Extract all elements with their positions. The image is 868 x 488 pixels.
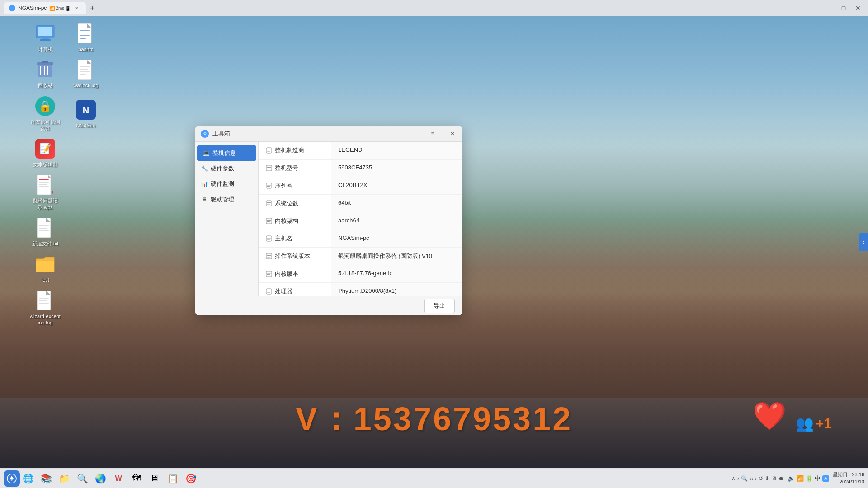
tab-favicon: [9, 5, 15, 11]
info-row-5: 主机名 NGASim-pc: [259, 230, 462, 248]
svg-rect-66: [267, 291, 271, 291]
svg-rect-21: [39, 230, 49, 231]
tray-next-icon[interactable]: ›: [737, 475, 739, 482]
taskbar-browser-icon[interactable]: 🌐: [20, 470, 36, 487]
desktop-icon-wizard-log[interactable]: wizard-exception.log: [27, 287, 63, 329]
tray-sound-icon[interactable]: 🔈: [788, 475, 795, 482]
desktop-icon-recycle[interactable]: 回收站: [27, 56, 63, 91]
tool-window: ⚙ 工具箱 ≡ — ✕ 💻 整机信息 🔧 硬件参数 📊: [195, 126, 462, 315]
info-key-0: 整机制造商: [259, 142, 331, 159]
tool-window-menu-button[interactable]: ≡: [429, 130, 437, 138]
sidebar-item-hardware-monitor[interactable]: 📊 硬件监测: [195, 176, 258, 192]
taskbar-start-icon[interactable]: [4, 470, 20, 487]
taskbar-system-icon[interactable]: 🖥: [146, 470, 163, 487]
taskbar-target-icon[interactable]: 🎯: [183, 470, 199, 487]
taskbar-reader-icon[interactable]: 📚: [38, 470, 54, 487]
desktop-icon-newfile[interactable]: 新建文件.txt: [27, 214, 63, 249]
info-val-6: 银河麒麟桌面操作系统 (国防版) V10: [331, 248, 462, 265]
tray-record-icon[interactable]: ⏺: [778, 475, 784, 482]
desktop-icon-warlock-log[interactable]: warlock log: [68, 56, 104, 91]
desktop-icon-bashrc-label: bashrc: [78, 46, 93, 52]
tray-forward-icon[interactable]: ›: [755, 475, 757, 482]
taskbar-tasks-icon[interactable]: 📋: [165, 470, 181, 487]
info-key-8: 处理器: [259, 283, 331, 296]
sidebar-item-machine-info[interactable]: 💻 整机信息: [197, 145, 256, 161]
desktop-icon-computer[interactable]: 计算机: [27, 20, 63, 55]
tray-back-icon[interactable]: ‹‹: [750, 475, 753, 482]
info-table: 整机制造商 LEGEND 整机型号 5908CF4735: [259, 142, 462, 296]
info-val-5: NGASim-pc: [331, 230, 462, 247]
desktop-icon-ngasim[interactable]: N NGASim: [68, 96, 104, 131]
browser-maximize-button[interactable]: □: [837, 2, 850, 14]
tab-signal: 📶 2ms 📱: [49, 6, 71, 11]
browser-close-button[interactable]: ✕: [852, 2, 864, 14]
svg-rect-59: [266, 253, 272, 259]
people-count: 👥 +1: [796, 415, 832, 432]
hardware-monitor-icon: 📊: [201, 180, 208, 188]
tool-window-close-button[interactable]: ✕: [448, 130, 457, 138]
svg-rect-65: [266, 289, 272, 294]
svg-rect-31: [80, 35, 90, 36]
desktop: 计算机 回收站 🔒 奇安信可信浏览器: [0, 16, 868, 468]
tray-desktop-icon[interactable]: 🖥: [771, 475, 777, 482]
tray-app-icon[interactable]: A: [822, 475, 829, 482]
taskbar-full-date: 2024/11/10: [833, 479, 864, 485]
taskbar-web-icon[interactable]: 🌏: [92, 470, 108, 487]
svg-rect-37: [80, 71, 90, 72]
svg-rect-52: [267, 204, 270, 205]
svg-rect-53: [266, 218, 272, 224]
active-tab[interactable]: NGASim-pc 📶 2ms 📱 ✕: [4, 2, 86, 14]
machine-info-icon: 💻: [203, 150, 210, 157]
desktop-icon-qianxin[interactable]: 🔒 奇安信可信浏览器: [27, 93, 63, 135]
hardware-params-icon: 🔧: [201, 165, 208, 172]
tray-refresh-icon[interactable]: ↺: [759, 475, 763, 482]
svg-rect-62: [266, 271, 272, 277]
desktop-icon-wps-doc[interactable]: W 翻译问题记录.wps: [27, 171, 63, 213]
tool-window-minimize-button[interactable]: —: [439, 130, 447, 138]
taskbar-wps-icon[interactable]: W: [110, 470, 127, 487]
desktop-icon-bashrc[interactable]: bashrc: [68, 20, 104, 55]
svg-rect-56: [266, 236, 272, 241]
info-val-8: Phytium,D2000/8(8x1): [331, 283, 462, 296]
desktop-icon-recycle-label: 回收站: [38, 82, 53, 89]
svg-rect-47: [266, 183, 272, 188]
browser-window-controls: — □ ✕: [823, 2, 864, 14]
svg-rect-35: [80, 66, 90, 67]
browser-minimize-button[interactable]: —: [823, 2, 835, 14]
new-tab-button[interactable]: +: [86, 2, 99, 14]
emoji-overlay: ❤️ 👥 +1: [753, 400, 832, 432]
browser-tab-bar: NGASim-pc 📶 2ms 📱 ✕ + — □ ✕: [0, 0, 868, 16]
svg-rect-30: [80, 33, 88, 33]
sidebar-item-hardware-params[interactable]: 🔧 硬件参数: [195, 161, 258, 176]
info-row-0: 整机制造商 LEGEND: [259, 142, 462, 160]
svg-rect-46: [267, 169, 270, 169]
tray-download-icon[interactable]: ⬇: [765, 475, 769, 482]
tab-close-button[interactable]: ✕: [73, 5, 80, 12]
edge-arrow-button[interactable]: ‹: [859, 233, 868, 251]
svg-rect-13: [39, 182, 49, 183]
tray-battery-icon[interactable]: 🔋: [806, 475, 813, 482]
tray-search-icon[interactable]: 🔍: [741, 475, 748, 482]
tray-ime-icon[interactable]: 中: [815, 474, 821, 483]
svg-rect-26: [39, 303, 49, 304]
svg-rect-44: [266, 165, 272, 171]
info-key-3: 系统位数: [259, 195, 331, 212]
tray-wifi-icon[interactable]: 📶: [797, 475, 804, 482]
tray-expand-icon[interactable]: ∧: [731, 475, 736, 482]
svg-rect-58: [267, 239, 270, 240]
tool-window-main: 整机制造商 LEGEND 整机型号 5908CF4735: [259, 142, 462, 296]
svg-rect-63: [267, 273, 271, 274]
info-val-4: aarch64: [331, 212, 462, 230]
desktop-icon-wps-doc-label: 翻译问题记录.wps: [30, 197, 61, 211]
taskbar-maps-icon[interactable]: 🗺: [128, 470, 145, 487]
taskbar-files-icon[interactable]: 📁: [56, 470, 72, 487]
taskbar-search-icon[interactable]: 🔍: [74, 470, 90, 487]
svg-rect-24: [39, 298, 49, 299]
sidebar-item-driver-mgmt[interactable]: 🖥 驱动管理: [195, 192, 258, 207]
export-button[interactable]: 导出: [424, 299, 455, 313]
desktop-icon-texteditor[interactable]: 📝 文本编辑器: [27, 135, 63, 170]
svg-rect-41: [266, 148, 272, 153]
desktop-icon-test-folder[interactable]: test: [27, 250, 63, 286]
info-row-4: 内核架构 aarch64: [259, 212, 462, 230]
taskbar-datetime[interactable]: 星期日 23:16 2024/11/10: [833, 471, 864, 485]
